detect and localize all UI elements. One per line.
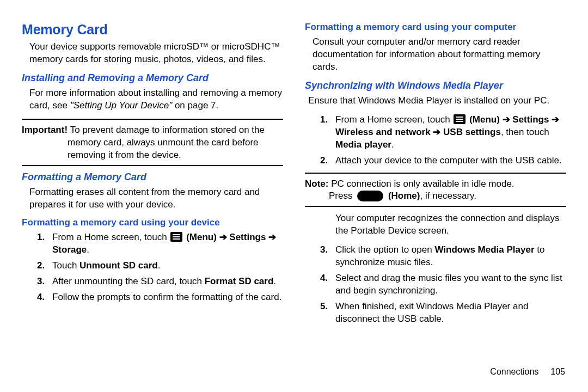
step-number: 4. [37, 291, 47, 304]
step-number: 5. [320, 301, 330, 326]
format-heading: Formatting a Memory Card [22, 171, 283, 183]
note-text: PC connection is only available in idle … [331, 179, 514, 189]
format-pc-text: Consult your computer and/or memory card… [313, 36, 566, 74]
note-home-label: (Home) [385, 191, 420, 201]
step-text: Follow the prompts to confirm the format… [52, 291, 283, 304]
list-item: 5. When finished, exit Windows Media Pla… [320, 301, 566, 326]
note-block: Note: PC connection is only available in… [305, 178, 566, 203]
format-pc-heading: Formatting a memory card using your comp… [305, 22, 566, 33]
divider [305, 173, 566, 174]
footer-section: Connections [490, 367, 538, 376]
list-item: 3. After unmounting the SD card, touch F… [37, 275, 283, 288]
left-column: Memory Card Your device supports removab… [22, 22, 283, 365]
important-text: To prevent damage to information stored … [68, 125, 265, 160]
intro-text: Your device supports removable microSD™ … [29, 41, 283, 66]
step-text: Select and drag the music files you want… [335, 272, 566, 297]
step-text: When finished, exit Windows Media Player… [335, 301, 566, 326]
page-footer: Connections105 [490, 367, 565, 377]
list-item: 2. Attach your device to the computer wi… [320, 155, 566, 167]
right-column: Formatting a memory card using your comp… [305, 22, 566, 365]
sync-steps-top: 1. From a Home screen, touch (Menu) ➔ Se… [320, 114, 566, 167]
sync-intro: Ensure that Windows Media Player is inst… [308, 95, 566, 107]
format-device-steps: 1. From a Home screen, touch (Menu) ➔ Se… [37, 231, 283, 304]
step-text: From a Home screen, touch [52, 232, 169, 242]
list-item: 1. From a Home screen, touch (Menu) ➔ Se… [320, 114, 566, 151]
important-label: Important! [22, 125, 70, 135]
divider [305, 206, 566, 207]
step-text: Click the option to open [335, 244, 434, 255]
install-ref: "Setting Up Your Device" [70, 100, 173, 111]
step-bold: Windows Media Player [434, 244, 534, 255]
step-text: Attach your device to the computer with … [335, 155, 566, 167]
step-text: From a Home screen, touch [335, 114, 452, 125]
menu-icon [170, 232, 182, 242]
step-number: 1. [37, 231, 47, 256]
divider [22, 119, 283, 120]
important-block: Important! To prevent damage to informat… [22, 124, 283, 162]
step-bold: Media player [335, 139, 391, 150]
install-text: For more information about installing an… [29, 87, 283, 112]
note-label: Note: [305, 179, 331, 189]
step-bold: Unmount SD card [79, 260, 158, 271]
main-heading: Memory Card [22, 22, 283, 38]
after-note-text: Your computer recognizes the connection … [335, 212, 566, 237]
step-number: 1. [320, 114, 330, 151]
sync-heading: Synchronizing with Windows Media Player [305, 80, 566, 91]
format-device-heading: Formatting a memory card using your devi… [22, 217, 283, 228]
step-number: 4. [320, 272, 330, 297]
note-text-2a: Press [329, 191, 355, 201]
note-text-2c: , if necessary. [420, 191, 476, 201]
format-intro: Formatting erases all content from the m… [29, 186, 283, 211]
install-heading: Installing and Removing a Memory Card [22, 72, 283, 84]
footer-page: 105 [550, 367, 565, 376]
install-text-2: on page 7. [172, 100, 218, 111]
home-icon [357, 191, 383, 201]
list-item: 4. Select and drag the music files you w… [320, 272, 566, 297]
divider [22, 165, 283, 166]
list-item: 2. Touch Unmount SD card. [37, 260, 283, 272]
step-number: 2. [37, 260, 47, 272]
step-bold: Format SD card [205, 276, 274, 286]
list-item: 4. Follow the prompts to confirm the for… [37, 291, 283, 304]
step-text: , then touch [501, 127, 549, 137]
step-number: 2. [320, 155, 330, 167]
page-columns: Memory Card Your device supports removab… [22, 22, 566, 365]
step-number: 3. [320, 244, 330, 269]
sync-steps-bottom: 3. Click the option to open Windows Medi… [320, 244, 566, 326]
step-text: Touch [52, 260, 79, 271]
menu-icon [454, 114, 465, 124]
step-text: After unmounting the SD card, touch [52, 276, 205, 286]
step-number: 3. [37, 275, 47, 288]
list-item: 3. Click the option to open Windows Medi… [320, 244, 566, 269]
list-item: 1. From a Home screen, touch (Menu) ➔ Se… [37, 231, 283, 256]
